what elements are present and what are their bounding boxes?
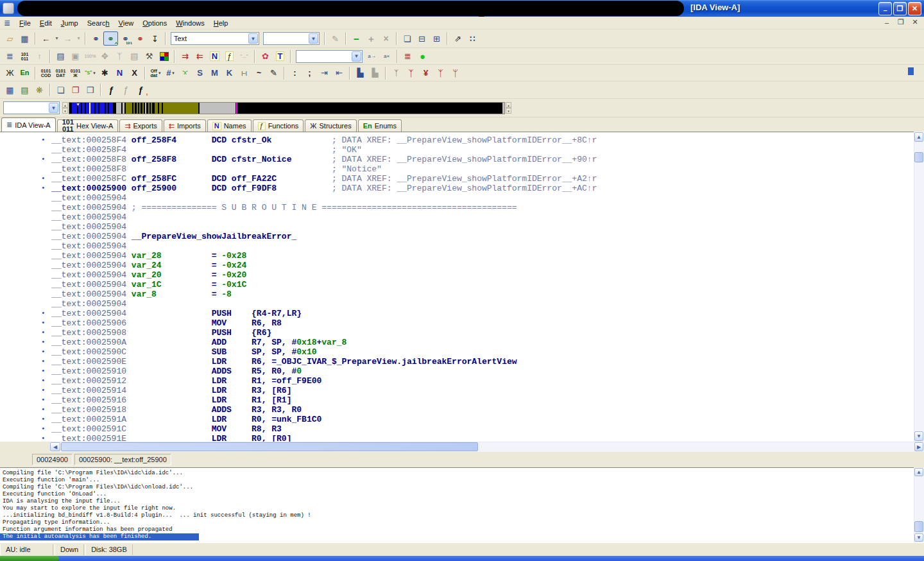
disassembly-line[interactable]: __text:00025904 __PrepareView_showJailbr…	[0, 232, 914, 241]
make-code-button[interactable]: 0101COD	[38, 66, 53, 80]
navigation-band[interactable]: ▼	[69, 102, 505, 114]
collapse-button[interactable]: −	[349, 31, 364, 46]
tab-functions[interactable]: ƒFunctions	[253, 119, 304, 132]
zoom-100-button[interactable]: 100%	[83, 49, 98, 64]
const-button[interactable]: K	[222, 66, 237, 80]
menu-jump[interactable]: Jump	[56, 18, 83, 28]
ida-script-button[interactable]: ≣	[400, 49, 415, 64]
disassembly-line[interactable]: __text:00025904 var_24 = -0x24	[0, 261, 914, 270]
output-scroll-up-button[interactable]: ▲	[914, 468, 923, 476]
function-gray-button[interactable]: ƒ	[119, 83, 133, 97]
expand-button[interactable]: +	[364, 31, 379, 46]
functions-button[interactable]: ƒ	[222, 49, 237, 64]
fit-window-button[interactable]: ✥	[98, 49, 112, 64]
disassembly-line[interactable]: •__text:00025900 off_25900 DCD off_F9DF8…	[0, 184, 914, 193]
function-edit-button[interactable]: ƒ	[104, 83, 119, 97]
vscroll-thumb[interactable]	[914, 152, 923, 162]
disassembly-line[interactable]: •__text:00025904 PUSH {R4-R7,LR}	[0, 309, 914, 318]
tab-structures[interactable]: ЖStructures	[305, 119, 356, 132]
comment-button[interactable]: ✎	[266, 66, 281, 80]
make-name-button[interactable]: N	[112, 66, 127, 80]
output-scroll-down-button[interactable]: ▼	[914, 533, 923, 542]
make-struct-button[interactable]: 0101Ж	[68, 66, 83, 80]
disassembly-line[interactable]: •__text:00025918 ADDS R3, R3, R0	[0, 405, 914, 415]
script-snippets-button[interactable]: ▤	[17, 83, 32, 97]
mdi-close-button[interactable]: ✕	[910, 17, 920, 27]
tile-vertical-button[interactable]: ⊞	[429, 31, 444, 46]
text-search-button[interactable]: T	[273, 49, 287, 64]
disassembly-line[interactable]: __text:00025904 var_28 = -0x28	[0, 251, 914, 261]
output-line[interactable]: Function argument information has been p…	[0, 526, 914, 533]
disassembly-line[interactable]: __text:00025904	[0, 222, 914, 232]
disassembly-line[interactable]: __text:00025904 var_8 = -8	[0, 289, 914, 299]
disassembly-line[interactable]: •__text:00025916 LDR R1, [R1]	[0, 395, 914, 405]
search-problem-button[interactable]: ⚭	[133, 31, 148, 46]
enums-button[interactable]: En	[17, 66, 32, 80]
output-vscroll-thumb[interactable]	[914, 521, 923, 532]
hscroll-thumb[interactable]	[61, 442, 478, 451]
search-text-combo-dropdown-icon[interactable]: ▼	[309, 33, 318, 44]
graph-xrefs-from-button[interactable]: ᛉ	[433, 66, 448, 80]
disassembly-line[interactable]: __text:00025904 var_1C = -0x1C	[0, 280, 914, 289]
function-tail-button[interactable]: ƒt	[133, 83, 148, 97]
disasm-view-button[interactable]: ≣	[3, 49, 17, 64]
stack-back-button[interactable]: ⇤	[332, 66, 346, 80]
tab-exports[interactable]: ⇉Exports	[119, 119, 162, 132]
jump-by-name-button[interactable]: a→	[364, 49, 379, 64]
offset-button[interactable]: Offdat▾	[148, 66, 163, 80]
chart-gray-button[interactable]: ▙	[368, 66, 382, 80]
disassembly-line[interactable]: •__text:0002590C SUB SP, SP, #0x10	[0, 347, 914, 357]
search-type-combo[interactable]: Text▼	[171, 32, 259, 45]
taskbar[interactable]	[0, 556, 924, 561]
disassembly-line[interactable]: •__text:00025908 PUSH {R6}	[0, 328, 914, 338]
mdi-minimize-button[interactable]: –	[882, 17, 892, 27]
menu-search[interactable]: Search	[83, 18, 114, 28]
disassembly-line[interactable]: •__text:000258F8 off_258F8 DCD cfstr_Not…	[0, 155, 914, 164]
output-line[interactable]: ...initializing bd_bindiff v1.8-Build:4 …	[0, 512, 914, 519]
disassembly-line[interactable]: •__text:00025912 LDR R1, =off_F9E00	[0, 376, 914, 386]
search-again-button[interactable]: ⚭A	[103, 31, 118, 46]
disassembly-line[interactable]: •__text:00025910 ADDS R5, R0, #0	[0, 367, 914, 376]
graph-xrefs-to-button[interactable]: ¥	[418, 66, 433, 80]
colon-button[interactable]: :	[287, 66, 302, 80]
output-window[interactable]: Compiling file 'C:\Program Files\IDA\idc…	[0, 467, 914, 542]
scroll-left-button[interactable]: ◀	[50, 442, 60, 451]
disassembly-line[interactable]: __text:00025904	[0, 212, 914, 222]
delete-name-button[interactable]: a×	[379, 49, 394, 64]
manual-operand-button[interactable]: M	[207, 66, 222, 80]
colors-button[interactable]	[157, 49, 171, 64]
start-button[interactable]	[0, 556, 59, 561]
char-button[interactable]: 'x'	[178, 66, 193, 80]
make-string-button[interactable]: "s"▾	[83, 66, 98, 80]
breakpoint-flower-button[interactable]: ✿	[258, 49, 273, 64]
tab-imports[interactable]: ⇇Imports	[164, 119, 206, 132]
window-activate-button[interactable]: ⇗	[450, 31, 465, 46]
disassembly-line[interactable]: •__text:000258FC off_258FC DCD off_FA22C…	[0, 174, 914, 184]
variable-button[interactable]: ~	[252, 66, 266, 80]
make-data-button[interactable]: 0101DAT	[53, 66, 68, 80]
disassembly-line[interactable]: •__text:0002591E LDR R0, [R0]	[0, 434, 914, 442]
imports-button[interactable]: ⇇	[193, 49, 207, 64]
undefine-button[interactable]: X	[127, 66, 142, 80]
calculator-button[interactable]: ▦	[3, 83, 17, 97]
output-line[interactable]: Executing function 'main'...	[0, 477, 914, 484]
jump-next-button[interactable]: ↧	[148, 31, 162, 46]
menu-edit[interactable]: Edit	[35, 18, 56, 28]
disassembly-line[interactable]: __text:00025904	[0, 193, 914, 203]
tab-ida-view-a[interactable]: ≣IDA View-A	[1, 117, 56, 132]
calc-list-button[interactable]: ▤	[53, 49, 68, 64]
disassembly-line[interactable]: •__text:000258F4 off_258F4 DCD cfstr_Ok …	[0, 135, 914, 145]
combo-dropdown-icon[interactable]: ▼	[49, 103, 58, 113]
number-button[interactable]: #▾	[163, 66, 178, 80]
disassembly-line[interactable]: •__text:00025906 MOV R6, R8	[0, 318, 914, 328]
plugins-button[interactable]: ❋	[32, 83, 47, 97]
minimize-button[interactable]: –	[878, 2, 892, 15]
scroll-up-button[interactable]: ▲	[914, 132, 923, 142]
setup-wrench-button[interactable]: ⚒	[142, 49, 157, 64]
band-scroll-left[interactable]: ▴▾	[62, 102, 68, 114]
delete-button[interactable]: ×	[379, 31, 393, 46]
output-line[interactable]: Propagating type information...	[0, 519, 914, 526]
disassembly-line[interactable]: •__text:00025914 LDR R3, [R6]	[0, 386, 914, 395]
output-line[interactable]: Executing function 'OnLoad'...	[0, 491, 914, 498]
address-combo[interactable]: ▼	[3, 101, 60, 114]
